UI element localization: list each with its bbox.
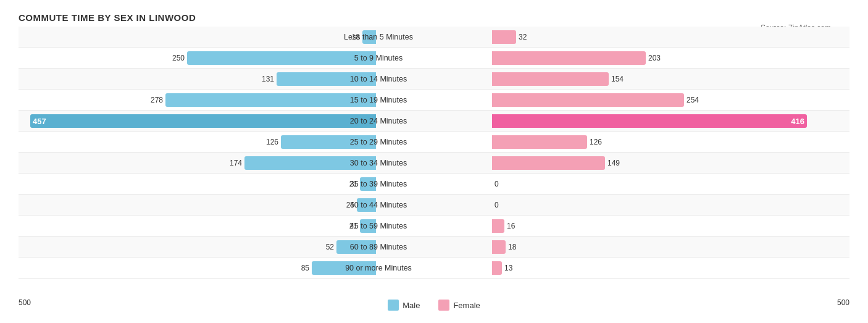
female-section	[434, 48, 849, 68]
table-row: 25 to 29 Minutes126126	[19, 132, 849, 153]
male-value-label: 131	[262, 75, 274, 83]
female-section	[434, 132, 849, 152]
female-bar	[492, 93, 684, 107]
female-value-label: 126	[590, 138, 602, 146]
male-section	[19, 237, 434, 257]
male-section	[19, 132, 434, 152]
chart-title: COMMUTE TIME BY SEX IN LINWOOD	[19, 12, 849, 23]
male-section	[19, 153, 434, 173]
legend-male: Male	[388, 300, 420, 311]
male-value-label: 52	[326, 243, 334, 251]
male-bar	[187, 51, 376, 65]
chart-area: Less than 5 Minutes18325 to 9 Minutes250…	[19, 27, 849, 293]
legend-female: Female	[438, 300, 480, 311]
female-value-label: 0	[495, 180, 499, 188]
female-section	[434, 27, 849, 47]
male-value-label: 21	[349, 222, 357, 230]
female-value-label: 18	[508, 243, 516, 251]
table-row: Less than 5 Minutes1832	[19, 27, 849, 48]
male-section	[19, 258, 434, 278]
female-bar	[492, 72, 609, 86]
female-section	[434, 237, 849, 257]
male-value-label: 174	[230, 159, 242, 167]
male-bar	[165, 93, 376, 107]
axis-left: 500	[19, 298, 31, 307]
table-row: 40 to 44 Minutes250	[19, 195, 849, 216]
female-section: 416	[434, 111, 849, 131]
legend-female-label: Female	[453, 301, 480, 310]
table-row: 30 to 34 Minutes174149	[19, 153, 849, 174]
male-section	[19, 90, 434, 110]
female-bar	[492, 30, 516, 44]
male-value-label: 250	[172, 54, 185, 62]
table-row: 15 to 19 Minutes278254	[19, 90, 849, 111]
male-bar	[360, 177, 376, 191]
male-section	[19, 216, 434, 236]
female-bar: 416	[492, 114, 807, 128]
male-value-label: 21	[349, 180, 357, 188]
male-section: 457	[19, 111, 434, 131]
male-section	[19, 195, 434, 215]
table-row: 60 to 89 Minutes5218	[19, 237, 849, 258]
male-value-label: 278	[151, 96, 163, 104]
female-value-inner: 416	[791, 116, 804, 125]
female-value-label: 32	[519, 33, 527, 41]
male-bar	[281, 135, 376, 149]
table-row: 10 to 14 Minutes131154	[19, 69, 849, 90]
legend-female-box	[438, 300, 449, 311]
table-row: 45 to 59 Minutes2116	[19, 216, 849, 237]
male-value-label: 25	[346, 201, 354, 209]
female-bar	[492, 51, 646, 65]
male-section	[19, 27, 434, 47]
female-section	[434, 90, 849, 110]
female-bar	[492, 261, 502, 275]
female-bar	[492, 156, 605, 170]
legend-male-label: Male	[403, 301, 420, 310]
table-row: 5 to 9 Minutes250203	[19, 48, 849, 69]
axis-right: 500	[837, 298, 849, 307]
table-row: 90 or more Minutes8513	[19, 258, 849, 279]
male-value-label: 18	[352, 33, 360, 41]
female-value-label: 154	[611, 75, 624, 83]
male-section	[19, 48, 434, 68]
female-section	[434, 69, 849, 89]
female-section	[434, 258, 849, 278]
male-section	[19, 174, 434, 194]
male-bar	[362, 30, 376, 44]
female-value-label: 254	[686, 96, 699, 104]
female-bar	[492, 240, 506, 254]
female-bar	[492, 135, 587, 149]
female-value-label: 203	[648, 54, 661, 62]
table-row: 20 to 24 Minutes457416	[19, 111, 849, 132]
legend: Male Female	[19, 300, 849, 311]
female-value-label: 0	[495, 201, 499, 209]
female-bar	[492, 219, 504, 233]
legend-male-box	[388, 300, 399, 311]
table-row: 35 to 39 Minutes210	[19, 174, 849, 195]
female-section	[434, 216, 849, 236]
male-value-inner: 457	[33, 116, 46, 125]
female-value-label: 16	[507, 222, 515, 230]
male-value-label: 126	[266, 138, 278, 146]
male-bar: 457	[30, 114, 376, 128]
female-value-label: 13	[504, 264, 512, 272]
male-bar	[312, 261, 376, 275]
female-value-label: 149	[607, 159, 620, 167]
male-bar	[277, 72, 376, 86]
male-bar	[360, 219, 376, 233]
male-value-label: 85	[301, 264, 309, 272]
female-section	[434, 153, 849, 173]
male-bar	[244, 156, 376, 170]
male-bar	[357, 198, 376, 212]
male-bar	[336, 240, 376, 254]
male-section	[19, 69, 434, 89]
